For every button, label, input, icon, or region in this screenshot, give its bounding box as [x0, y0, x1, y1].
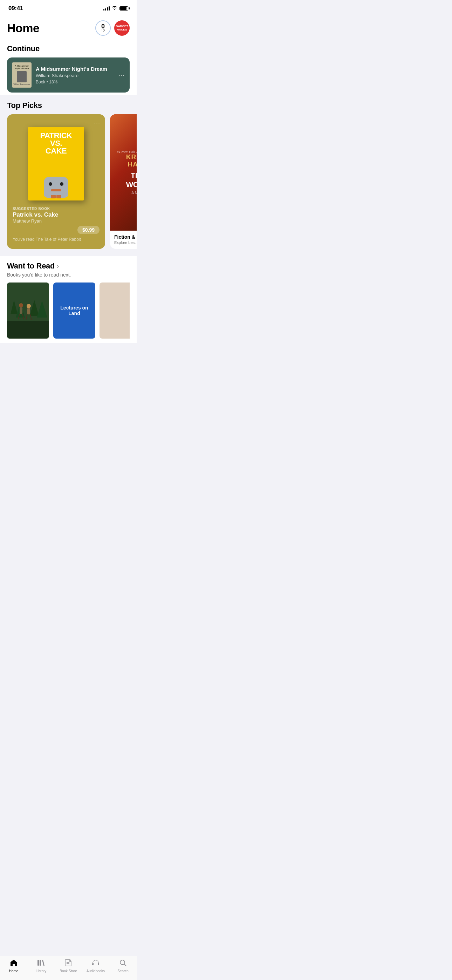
patrick-title: PATRICKVS.CAKE	[40, 132, 72, 155]
want-title: Want to Read	[7, 261, 55, 270]
monster-eye-left	[49, 182, 52, 186]
pick-card-main: ··· PATRICKVS.CAKE	[7, 114, 105, 249]
want-book-third[interactable]	[100, 283, 130, 339]
want-books-row: Lectures on Land	[7, 283, 130, 339]
pick-suggested-label: SUGGESTED BOOK	[13, 207, 100, 211]
continue-cover-title: A Midsummer Night's Dream	[13, 65, 30, 70]
notification-count: 0	[101, 23, 105, 29]
pick-price-badge[interactable]: $0.99	[78, 226, 100, 234]
notification-sub: 12	[101, 29, 105, 33]
secondary-title: THEWOME	[117, 171, 137, 189]
continue-book-author: William Shakespeare	[36, 73, 114, 78]
monster-body	[44, 177, 68, 198]
top-picks-title: Top Picks	[7, 101, 137, 110]
pick-card-patrick[interactable]: ··· PATRICKVS.CAKE	[7, 114, 105, 249]
svg-rect-2	[7, 321, 49, 339]
pick-book-name: Patrick vs. Cake	[13, 212, 100, 218]
continue-more-button[interactable]: ···	[118, 72, 125, 79]
battery-icon	[119, 6, 128, 11]
continue-cover-author: William Shakespeare	[14, 83, 30, 85]
monster-mouth	[51, 189, 61, 191]
want-book-hiker[interactable]	[7, 283, 49, 339]
page-header: Home 0 12 GADGETHACKS	[0, 15, 137, 38]
want-subtitle: Books you'd like to read next.	[7, 272, 130, 278]
continue-progress: Book • 18%	[36, 80, 114, 84]
notification-badge[interactable]: 0 12	[95, 20, 111, 36]
svg-rect-4	[20, 307, 22, 314]
gadget-hacks-text: GADGETHACKS	[116, 24, 128, 31]
continue-section-title: Continue	[7, 44, 130, 53]
top-picks-section: Top Picks ··· PATRICKVS.CAKE	[0, 95, 137, 252]
cake-pieces	[51, 195, 61, 198]
continue-card[interactable]: A Midsummer Night's Dream William Shakes…	[7, 57, 130, 92]
pick-reason: You've read The Tale of Peter Rabbit	[13, 237, 100, 243]
want-to-read-section: Want to Read › Books you'd like to read …	[0, 256, 137, 343]
svg-point-7	[27, 304, 31, 308]
patrick-character	[42, 170, 70, 198]
pick-price-row: $0.99	[13, 226, 100, 234]
monster-eye-right	[60, 182, 64, 186]
header-icons: 0 12 GADGETHACKS	[95, 20, 130, 36]
cover-portrait-image	[17, 71, 27, 83]
svg-point-3	[19, 303, 23, 307]
continue-book-title: A Midsummer Night's Dream	[36, 66, 114, 72]
secondary-genre: Fiction & Literat	[114, 234, 137, 240]
pick-book-cover: PATRICKVS.CAKE	[13, 127, 100, 200]
gadget-hacks-badge[interactable]: GADGETHACKS	[114, 20, 130, 36]
pick-card-info: SUGGESTED BOOK Patrick vs. Cake Matthew …	[13, 207, 100, 243]
status-bar: 09:41	[0, 0, 137, 15]
hiker-cover	[7, 283, 49, 339]
secondary-desc: Explore best-sellin	[114, 240, 137, 245]
want-arrow[interactable]: ›	[57, 262, 59, 270]
patrick-cake-book: PATRICKVS.CAKE	[28, 127, 84, 200]
pick-more-button[interactable]: ···	[94, 119, 100, 127]
lectures-cover: Lectures on Land	[53, 283, 95, 339]
status-time: 09:41	[8, 5, 23, 12]
continue-book-cover: A Midsummer Night's Dream William Shakes…	[12, 62, 32, 88]
secondary-author: KRISTIHANN	[117, 154, 137, 168]
status-icons	[103, 6, 128, 11]
lectures-title: Lectures on Land	[53, 302, 95, 319]
svg-rect-8	[27, 308, 30, 314]
want-book-lectures[interactable]: Lectures on Land	[53, 283, 95, 339]
top-picks-scroll: ··· PATRICKVS.CAKE	[7, 114, 137, 249]
continue-section: Continue A Midsummer Night's Dream Willi…	[0, 38, 137, 95]
pick-card-women[interactable]: #1 New York Times Bestseller KRISTIHANN …	[110, 114, 137, 249]
secondary-info: Fiction & Literat Explore best-sellin	[110, 231, 137, 249]
continue-info: A Midsummer Night's Dream William Shakes…	[36, 66, 114, 84]
page-title: Home	[7, 21, 39, 35]
secondary-subtitle: A Novel	[117, 191, 137, 195]
pick-author: Matthew Ryan	[13, 218, 100, 224]
want-header: Want to Read ›	[7, 261, 130, 270]
signal-icon	[103, 6, 110, 11]
secondary-book-cover: #1 New York Times Bestseller KRISTIHANN …	[110, 114, 137, 231]
wifi-icon	[112, 6, 118, 11]
